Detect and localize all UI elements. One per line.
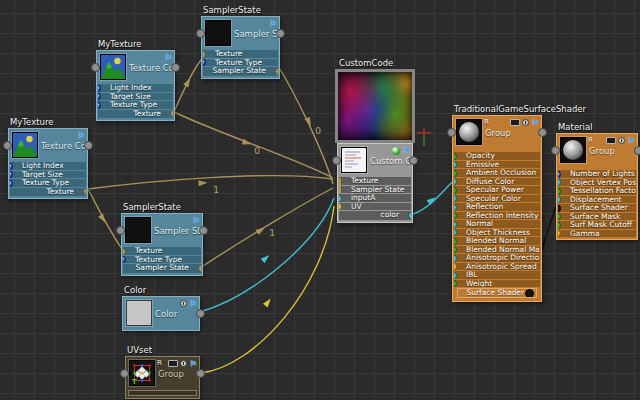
node-body[interactable]: ⚑Texture ConVLight IndexVTarget SizeVTex… bbox=[8, 128, 88, 199]
input-port[interactable] bbox=[339, 177, 342, 185]
input-port[interactable] bbox=[454, 220, 457, 228]
input-row-gamma: VGamma bbox=[558, 230, 636, 238]
input-port[interactable] bbox=[454, 246, 457, 254]
input-port[interactable] bbox=[454, 178, 457, 186]
input-port[interactable] bbox=[203, 50, 206, 58]
node-output-anchor[interactable] bbox=[276, 29, 285, 38]
input-port[interactable]: V bbox=[123, 256, 126, 264]
node-color[interactable]: Color⚑Color bbox=[122, 285, 200, 331]
node-body[interactable]: ⚑Custom CocTextureSampler StateinputAUVc… bbox=[337, 143, 413, 223]
input-port[interactable] bbox=[454, 212, 457, 220]
output-port[interactable] bbox=[525, 289, 534, 298]
node-input-anchor[interactable] bbox=[551, 146, 560, 155]
wire-samplerstate2-to-customcode-samplerstate[interactable] bbox=[203, 188, 333, 266]
wire-samplerstate-top-to-customcode-samplerstate[interactable] bbox=[280, 69, 333, 184]
input-port[interactable]: V bbox=[558, 170, 561, 178]
node-input-anchor[interactable] bbox=[332, 156, 341, 165]
input-port[interactable] bbox=[558, 187, 561, 195]
input-port-label: Texture Type bbox=[215, 59, 262, 67]
input-port[interactable]: V bbox=[203, 59, 206, 67]
input-port[interactable] bbox=[454, 280, 457, 288]
node-body[interactable]: R⚑GroupVNumber of LightsObject Vertex Po… bbox=[556, 133, 638, 240]
input-port[interactable] bbox=[558, 179, 561, 187]
output-port[interactable] bbox=[408, 211, 411, 220]
input-port[interactable]: V bbox=[98, 84, 101, 92]
wire-mytexture-left-to-customcode-texture[interactable] bbox=[88, 176, 333, 189]
node-input-anchor[interactable] bbox=[116, 226, 125, 235]
input-port[interactable] bbox=[339, 194, 342, 202]
input-port[interactable]: V bbox=[10, 171, 13, 179]
node-body[interactable]: ⚑Sampler StaTextureVTexture TypeSampler … bbox=[201, 16, 280, 79]
input-port[interactable]: V bbox=[10, 162, 13, 170]
input-port[interactable] bbox=[558, 213, 561, 221]
wire-arrow-icon bbox=[427, 195, 438, 205]
input-port[interactable] bbox=[454, 152, 457, 160]
node-output-anchor[interactable] bbox=[199, 226, 208, 235]
node-body[interactable]: ⚑Sampler StaTextureVTexture TypeSampler … bbox=[121, 213, 203, 276]
input-port[interactable] bbox=[454, 161, 457, 169]
node-samplerstate-2[interactable]: SamplerState⚑Sampler StaTextureVTexture … bbox=[121, 202, 203, 276]
input-port[interactable] bbox=[454, 237, 457, 245]
output-port[interactable] bbox=[198, 264, 201, 273]
input-port-label: IBL bbox=[466, 271, 478, 279]
node-title: Material bbox=[556, 122, 638, 133]
node-surface-shader[interactable]: TraditionalGameSurfaceShaderR⚑GroupOpaci… bbox=[452, 104, 542, 302]
node-input-anchor[interactable] bbox=[447, 128, 456, 137]
input-port[interactable]: V bbox=[98, 101, 101, 109]
input-port-label: Texture bbox=[215, 50, 242, 58]
input-port[interactable] bbox=[454, 263, 457, 271]
input-port-label: Object Vertex Posit bbox=[570, 179, 636, 187]
input-port[interactable]: V bbox=[558, 230, 561, 238]
node-input-anchor[interactable] bbox=[120, 369, 129, 378]
input-port-label: Opacity bbox=[466, 152, 495, 160]
node-graph-canvas[interactable]: 0011 SamplerState⚑Sampler StaTextureVTex… bbox=[0, 0, 640, 400]
node-port-rows: TextureVTexture TypeSampler State bbox=[202, 50, 279, 78]
node-type-label: Color bbox=[155, 297, 197, 330]
node-body[interactable]: ⚑Texture ConVLight IndexVTarget SizeVTex… bbox=[96, 50, 175, 121]
node-input-anchor[interactable] bbox=[3, 141, 12, 150]
node-output-anchor[interactable] bbox=[84, 141, 93, 150]
node-output-anchor[interactable] bbox=[171, 63, 180, 72]
input-row-target-size: VTarget Size bbox=[10, 171, 86, 179]
input-port[interactable] bbox=[558, 204, 561, 212]
node-output-anchor[interactable] bbox=[634, 146, 640, 155]
node-output-anchor[interactable] bbox=[538, 128, 547, 137]
input-port[interactable] bbox=[558, 196, 561, 204]
node-body[interactable]: TR⚑Group bbox=[125, 356, 200, 399]
output-port[interactable] bbox=[275, 67, 278, 76]
node-customcode[interactable]: CustomCode⚑Custom CocTextureSampler Stat… bbox=[337, 58, 413, 223]
input-port[interactable] bbox=[454, 195, 457, 203]
node-input-anchor[interactable] bbox=[91, 63, 100, 72]
wire-mytexture-left-to-samplerstate2-texture[interactable] bbox=[88, 189, 122, 249]
input-port[interactable] bbox=[558, 221, 561, 229]
node-body[interactable]: ⚑Color bbox=[122, 296, 200, 331]
input-port[interactable] bbox=[454, 229, 457, 237]
node-uvset[interactable]: UVsetTR⚑Group bbox=[125, 345, 200, 399]
output-port[interactable] bbox=[83, 188, 86, 197]
node-output-anchor[interactable] bbox=[196, 369, 205, 378]
node-mytexture-left[interactable]: MyTexture⚑Texture ConVLight IndexVTarget… bbox=[8, 117, 88, 199]
node-mytexture-top[interactable]: MyTexture⚑Texture ConVLight IndexVTarget… bbox=[96, 39, 175, 121]
wire-customcode-color-to-diffuse-color[interactable] bbox=[413, 182, 452, 214]
node-material[interactable]: MaterialR⚑GroupVNumber of LightsObject V… bbox=[556, 122, 638, 240]
input-port[interactable] bbox=[123, 247, 126, 255]
node-title: Color bbox=[122, 285, 200, 296]
node-input-anchor[interactable] bbox=[196, 29, 205, 38]
input-port[interactable]: V bbox=[98, 93, 101, 101]
input-port[interactable]: V bbox=[10, 179, 13, 187]
input-port[interactable] bbox=[339, 203, 342, 211]
node-output-anchor[interactable] bbox=[196, 309, 205, 318]
node-body[interactable]: R⚑GroupOpacityEmissiveAmbient OcclusionD… bbox=[452, 115, 542, 302]
input-port[interactable] bbox=[454, 271, 457, 279]
input-port[interactable] bbox=[454, 254, 457, 262]
node-samplerstate-top[interactable]: SamplerState⚑Sampler StaTextureVTexture … bbox=[201, 5, 280, 79]
input-port[interactable] bbox=[339, 186, 342, 194]
input-port[interactable] bbox=[454, 169, 457, 177]
input-port[interactable] bbox=[454, 186, 457, 194]
node-port-rows: TextureVTexture TypeSampler State bbox=[122, 247, 202, 275]
input-port[interactable] bbox=[454, 203, 457, 211]
output-port[interactable] bbox=[170, 110, 173, 119]
node-type-label: Texture Con bbox=[129, 51, 172, 84]
node-preview-landscape bbox=[100, 54, 126, 80]
node-output-anchor[interactable] bbox=[409, 156, 418, 165]
